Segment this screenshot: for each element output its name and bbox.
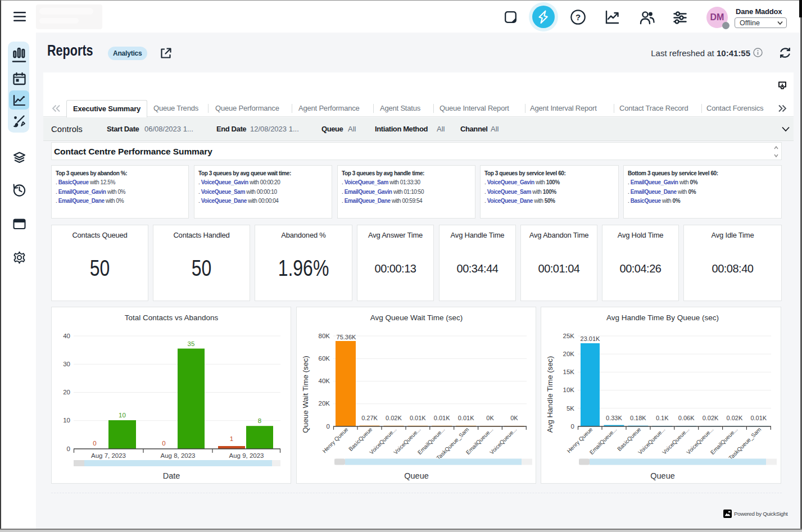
- svg-text:Aug 9, 2023: Aug 9, 2023: [229, 452, 264, 459]
- svg-text:5K: 5K: [567, 405, 574, 412]
- svg-text:0: 0: [162, 440, 165, 447]
- svg-text:30: 30: [63, 361, 70, 367]
- svg-text:0: 0: [93, 440, 96, 447]
- svg-text:0K: 0K: [486, 415, 494, 421]
- svg-text:0.01K: 0.01K: [458, 415, 474, 421]
- svg-text:Queue: Queue: [404, 471, 429, 480]
- svg-text:0.27K: 0.27K: [361, 415, 378, 421]
- svg-text:Date: Date: [163, 471, 180, 480]
- svg-text:0: 0: [571, 423, 574, 430]
- svg-text:20K: 20K: [319, 400, 330, 407]
- svg-text:Henry Queue: Henry Queue: [321, 426, 350, 454]
- svg-text:10K: 10K: [563, 387, 575, 393]
- svg-text:0.02K: 0.02K: [727, 415, 743, 421]
- svg-text:Avg Handle Time By Queue (sec): Avg Handle Time By Queue (sec): [606, 313, 719, 322]
- svg-text:80K: 80K: [319, 333, 330, 339]
- svg-text:40: 40: [63, 333, 70, 339]
- svg-text:Avg Queue Wait Time (sec): Avg Queue Wait Time (sec): [370, 313, 463, 322]
- svg-text:0: 0: [327, 423, 330, 430]
- svg-text:0.1K: 0.1K: [656, 415, 669, 421]
- svg-text:20K: 20K: [563, 351, 575, 357]
- svg-text:40K: 40K: [319, 378, 330, 384]
- svg-text:0.33K: 0.33K: [606, 415, 622, 421]
- svg-text:15K: 15K: [563, 369, 575, 375]
- svg-text:10: 10: [119, 412, 126, 419]
- svg-text:10: 10: [63, 417, 70, 424]
- svg-text:BasicQueue: BasicQueue: [616, 426, 642, 452]
- svg-text:23.01K: 23.01K: [581, 335, 601, 342]
- svg-text:60K: 60K: [319, 355, 330, 362]
- svg-text:Aug 8, 2023: Aug 8, 2023: [160, 452, 195, 459]
- svg-text:0.01K: 0.01K: [410, 415, 426, 421]
- svg-text:0.01K: 0.01K: [434, 415, 450, 421]
- svg-text:0.02K: 0.02K: [386, 415, 402, 421]
- svg-text:75.36K: 75.36K: [337, 334, 357, 340]
- svg-text:0.18K: 0.18K: [630, 415, 646, 421]
- svg-text:Total Contacts vs Abandons: Total Contacts vs Abandons: [125, 313, 219, 322]
- svg-text:Queue: Queue: [650, 471, 675, 480]
- svg-text:0K: 0K: [510, 415, 518, 421]
- svg-text:0: 0: [67, 445, 70, 452]
- svg-text:Avg Handle Time (sec): Avg Handle Time (sec): [546, 356, 554, 433]
- svg-text:35: 35: [188, 340, 195, 347]
- svg-text:25K: 25K: [563, 333, 575, 339]
- svg-text:Aug 7, 2023: Aug 7, 2023: [91, 452, 126, 459]
- svg-text:BasicQueue: BasicQueue: [347, 426, 374, 452]
- svg-text:?: ?: [576, 12, 581, 22]
- svg-text:8: 8: [258, 417, 261, 424]
- svg-text:0.06K: 0.06K: [678, 415, 695, 421]
- svg-text:20: 20: [63, 389, 70, 395]
- svg-text:0.01K: 0.01K: [750, 415, 767, 421]
- svg-text:0.02K: 0.02K: [703, 415, 719, 421]
- svg-text:1: 1: [230, 435, 233, 442]
- svg-text:Queue Wait Time (sec): Queue Wait Time (sec): [301, 356, 310, 433]
